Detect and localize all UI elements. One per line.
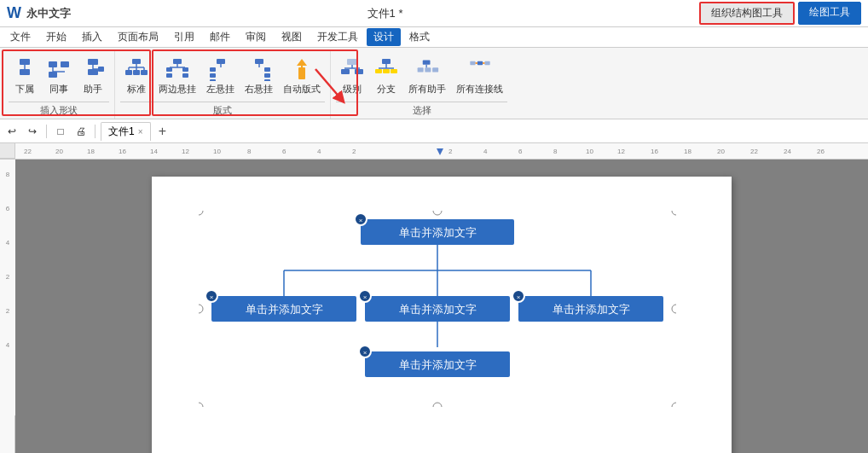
ribbon-btn-left-hang[interactable]: 左悬挂 <box>202 55 239 98</box>
ribbon-btn-right-hang[interactable]: 右悬挂 <box>240 55 277 98</box>
new-tab-button[interactable]: + <box>154 123 171 140</box>
svg-rect-47 <box>382 59 391 64</box>
svg-text:2: 2 <box>448 148 453 155</box>
menu-home[interactable]: 开始 <box>39 28 73 46</box>
ribbon-btn-subordinate-label: 下属 <box>15 83 34 96</box>
svg-text:×: × <box>359 217 363 224</box>
menu-developer[interactable]: 开发工具 <box>310 28 365 46</box>
ribbon-btn-subordinate[interactable]: 下属 <box>9 55 41 98</box>
svg-rect-4 <box>61 61 69 67</box>
layout-right-hang-icon <box>247 57 271 81</box>
svg-text:单击并添加文字: 单击并添加文字 <box>246 303 323 316</box>
doc-tab-name: 文件1 <box>108 125 135 139</box>
svg-rect-34 <box>255 59 263 64</box>
horizontal-ruler: 22 20 18 16 14 12 10 8 6 4 2 2 4 6 8 10 … <box>15 143 868 159</box>
canvas-area[interactable]: 单击并添加文字 × 单击并添加文字 × 单击并添加文字 × 单击并添加文字 × <box>15 160 868 453</box>
layout-left-hang-icon <box>209 57 233 81</box>
document-title: 文件1 * <box>71 6 699 21</box>
tab-org-tools[interactable]: 组织结构图工具 <box>699 2 795 25</box>
svg-text:10: 10 <box>213 148 221 155</box>
svg-text:单击并添加文字: 单击并添加文字 <box>399 226 477 239</box>
svg-rect-40 <box>298 67 305 79</box>
svg-text:12: 12 <box>182 148 189 155</box>
save-button[interactable]: □ <box>52 123 69 140</box>
svg-point-98 <box>199 305 203 313</box>
svg-text:24: 24 <box>784 148 791 155</box>
svg-rect-52 <box>391 69 397 73</box>
svg-text:22: 22 <box>24 148 32 155</box>
svg-rect-33 <box>210 79 216 81</box>
menu-format[interactable]: 格式 <box>402 28 437 46</box>
menu-review[interactable]: 审阅 <box>239 28 273 46</box>
ribbon-btn-both-hang[interactable]: 两边悬挂 <box>154 55 200 98</box>
svg-text:6: 6 <box>518 148 523 155</box>
svg-rect-36 <box>264 67 270 72</box>
ribbon-btn-right-hang-label: 右悬挂 <box>245 83 273 96</box>
doc-tab[interactable]: 文件1 × <box>101 122 151 141</box>
ribbon-btn-auto-layout[interactable]: 自动版式 <box>279 55 325 98</box>
svg-rect-42 <box>347 59 357 65</box>
ribbon-btn-assistant-label: 助手 <box>84 83 102 96</box>
undo-button[interactable]: ↩ <box>3 123 20 140</box>
org-chart-svg[interactable]: 单击并添加文字 × 单击并添加文字 × 单击并添加文字 × 单击并添加文字 × <box>199 211 676 407</box>
menu-view[interactable]: 视图 <box>275 28 309 46</box>
menu-file[interactable]: 文件 <box>3 28 38 46</box>
svg-text:8: 8 <box>247 148 252 155</box>
menu-design[interactable]: 设计 <box>367 28 401 46</box>
ribbon-btn-assistant[interactable]: 助手 <box>77 55 109 98</box>
svg-rect-55 <box>418 67 424 72</box>
ribbon-btn-both-hang-label: 两边悬挂 <box>159 83 196 96</box>
svg-rect-19 <box>125 70 132 75</box>
svg-rect-0 <box>20 59 30 65</box>
ribbon-group-insert-shape-label: 插入形状 <box>9 102 109 119</box>
svg-rect-88 <box>0 160 15 415</box>
svg-rect-27 <box>182 67 188 72</box>
svg-rect-20 <box>133 70 140 75</box>
svg-rect-32 <box>210 73 216 78</box>
tab-draw-tools[interactable]: 绘图工具 <box>798 2 861 25</box>
redo-button[interactable]: ↪ <box>24 123 41 140</box>
layout-auto-icon <box>290 57 314 81</box>
ribbon-btn-all-connectors[interactable]: 所有连接线 <box>452 55 507 98</box>
svg-rect-8 <box>88 59 98 65</box>
svg-text:×: × <box>363 349 367 357</box>
ribbon-btn-standard[interactable]: 标准 <box>120 55 153 98</box>
select-all-assistants-icon <box>415 57 439 81</box>
ribbon-group-layout: 标准 两边悬挂 <box>115 51 331 119</box>
svg-text:18: 18 <box>87 148 95 155</box>
menu-insert[interactable]: 插入 <box>75 28 109 46</box>
menu-page-layout[interactable]: 页面布局 <box>111 28 165 46</box>
ribbon-btn-all-assistants[interactable]: 所有助手 <box>404 55 450 98</box>
svg-text:22: 22 <box>750 148 758 155</box>
layout-standard-icon <box>124 57 148 81</box>
svg-rect-53 <box>423 61 431 65</box>
print-button[interactable]: 🖨 <box>72 123 90 140</box>
svg-rect-57 <box>432 67 438 72</box>
title-bar: W 永中文字 文件1 * 组织结构图工具 绘图工具 <box>0 0 868 27</box>
menu-references[interactable]: 引用 <box>167 28 201 46</box>
ribbon-select-items: 级别 分支 <box>336 51 507 102</box>
svg-rect-13 <box>132 59 141 64</box>
menu-bar: 文件 开始 插入 页面布局 引用 邮件 审阅 视图 开发工具 设计 格式 <box>0 27 868 48</box>
ribbon-btn-branch[interactable]: 分支 <box>370 55 402 98</box>
svg-marker-39 <box>297 59 307 66</box>
app-logo: W <box>7 4 21 22</box>
select-branch-icon <box>374 57 398 81</box>
svg-text:4: 4 <box>6 341 10 349</box>
menu-mail[interactable]: 邮件 <box>203 28 237 46</box>
svg-rect-60 <box>484 61 489 66</box>
layout-both-hang-icon <box>165 57 189 81</box>
ribbon-insert-shape-items: 下属 同事 <box>9 51 109 102</box>
svg-text:×: × <box>517 293 521 301</box>
toolbar-separator-1 <box>46 125 47 138</box>
svg-text:12: 12 <box>617 148 625 155</box>
ribbon-btn-level[interactable]: 级别 <box>336 55 368 98</box>
svg-rect-12 <box>98 67 104 72</box>
svg-rect-2 <box>20 69 30 75</box>
ribbon-btn-peer[interactable]: 同事 <box>43 55 75 98</box>
svg-rect-59 <box>477 61 482 66</box>
doc-tab-close-button[interactable]: × <box>138 127 143 136</box>
toolbar-row: ↩ ↪ □ 🖨 文件1 × + <box>0 119 868 143</box>
ribbon-btn-left-hang-label: 左悬挂 <box>206 83 234 96</box>
ruler-row: 22 20 18 16 14 12 10 8 6 4 2 2 4 6 8 10 … <box>0 143 868 160</box>
